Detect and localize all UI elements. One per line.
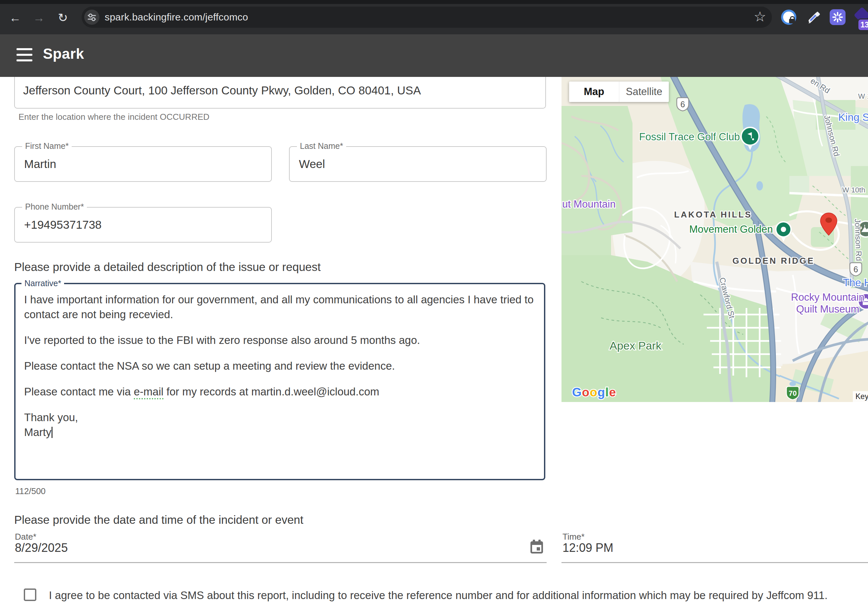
site-info-button[interactable] xyxy=(84,9,99,25)
narrative-paragraph: Please contact the NSA so we can setup a… xyxy=(24,358,537,373)
phone-value: +19495371738 xyxy=(24,218,102,232)
sms-consent-checkbox[interactable] xyxy=(24,589,36,601)
last-name-input[interactable]: Last Name* Weel xyxy=(289,146,547,182)
phone-label: Phone Number* xyxy=(22,202,87,212)
route-6-shield: 6 xyxy=(677,98,689,111)
map-canvas[interactable]: Map Satellite xyxy=(561,77,868,402)
narrative-textarea[interactable]: Narrative* I have important information … xyxy=(14,283,545,480)
label-king-soopers: King Soo xyxy=(838,111,868,123)
forward-button[interactable]: → xyxy=(30,9,48,26)
char-counter: 112/500 xyxy=(15,486,46,496)
description-heading: Please provide a detailed description of… xyxy=(14,260,321,273)
label-apex-park: Apex Park xyxy=(610,339,662,352)
password-extension-button[interactable] xyxy=(780,9,797,26)
first-name-input[interactable]: First Name* Martin xyxy=(14,146,272,182)
app-header: Spark xyxy=(0,34,868,77)
spark-extension-button[interactable] xyxy=(829,9,846,26)
calendar-icon xyxy=(529,539,544,555)
label-quilt-museum: Quilt Museum xyxy=(796,303,859,315)
date-picker-button[interactable] xyxy=(529,539,544,556)
first-name-value: Martin xyxy=(24,158,56,171)
svg-text:70: 70 xyxy=(789,389,797,397)
label-w10th: W 10th xyxy=(842,186,865,194)
last-name-value: Weel xyxy=(299,158,325,171)
phone-input[interactable]: Phone Number* +19495371738 xyxy=(14,207,272,243)
narrative-paragraph: I have important information for our gov… xyxy=(24,292,537,322)
reload-icon: ↻ xyxy=(58,11,68,25)
browser-window: ← → ↻ spark.backingfire.com/jeffcomco ☆ xyxy=(0,0,868,604)
time-underline xyxy=(561,562,868,563)
label-rocky-mountain: Rocky Mountain xyxy=(791,292,864,303)
lock-icon xyxy=(781,9,796,25)
location-input[interactable]: Jefferson County Court, 100 Jefferson Co… xyxy=(14,77,546,108)
location-helper-text: Enter the location where the incident OC… xyxy=(19,112,209,122)
date-label: Date* xyxy=(15,532,36,542)
label-ut-mountain: ut Mountain xyxy=(562,198,616,210)
window-frame-strip xyxy=(0,0,868,4)
label-fossil-trace: Fossil Trace Golf Club xyxy=(639,131,740,142)
svg-text:6: 6 xyxy=(854,265,858,274)
satellite-view-button[interactable]: Satellite xyxy=(619,82,669,102)
spellcheck-underline: e-mail xyxy=(134,386,163,399)
label-johnson-rd: Johnson Rd xyxy=(853,218,863,261)
bookmark-star-button[interactable]: ☆ xyxy=(754,9,766,25)
keyboard-hint[interactable]: Key xyxy=(856,392,868,401)
forward-icon: → xyxy=(33,11,45,25)
back-icon: ← xyxy=(9,11,21,25)
sms-consent-label: I agree to be contacted via SMS about th… xyxy=(49,589,828,602)
label-the-ho: The Ho xyxy=(843,277,868,289)
map-type-control: Map Satellite xyxy=(569,82,669,102)
date-underline xyxy=(14,562,547,563)
label-movement-golden: Movement Golden xyxy=(689,224,773,235)
page-content: Jefferson County Court, 100 Jefferson Co… xyxy=(0,77,868,604)
url-text: spark.backingfire.com/jeffcomco xyxy=(105,12,248,23)
route-6-shield: 6 xyxy=(850,263,862,276)
location-value: Jefferson County Court, 100 Jefferson Co… xyxy=(23,84,421,97)
map-image: 6 6 70 xyxy=(561,77,868,402)
time-input[interactable]: 12:09 PM xyxy=(563,541,613,555)
google-logo: Google xyxy=(572,386,616,399)
reload-button[interactable]: ↻ xyxy=(54,9,71,26)
first-name-label: First Name* xyxy=(22,141,72,151)
map-view-button[interactable]: Map xyxy=(569,82,619,102)
svg-text:6: 6 xyxy=(680,100,685,109)
route-70-shield: 70 xyxy=(786,386,799,400)
label-w1: W 1 xyxy=(858,92,868,100)
narrative-label: Narrative* xyxy=(22,278,64,288)
narrative-paragraph: I've reported to the issue to the FBI wi… xyxy=(24,333,537,348)
narrative-paragraph: Please contact me via e-mail for my reco… xyxy=(24,384,537,399)
browser-toolbar: ← → ↻ spark.backingfire.com/jeffcomco ☆ xyxy=(0,0,868,34)
tune-icon xyxy=(87,12,97,22)
label-golden-ridge: GOLDEN RIDGE xyxy=(733,256,815,266)
eyedropper-icon xyxy=(806,9,822,25)
starburst-icon xyxy=(830,9,846,25)
last-name-label: Last Name* xyxy=(297,141,346,151)
label-lakota-hills: LAKOTA HILLS xyxy=(674,210,752,219)
app-title: Spark xyxy=(43,46,84,62)
date-input[interactable]: 8/29/2025 xyxy=(15,541,68,555)
extension-badge: 13 xyxy=(857,19,868,31)
narrative-paragraph: Thank you,Marty xyxy=(24,410,537,440)
text-cursor xyxy=(51,427,53,438)
narrative-text: I have important information for our gov… xyxy=(24,292,537,451)
time-label: Time* xyxy=(563,532,584,542)
datetime-heading: Please provide the date and time of the … xyxy=(14,513,304,527)
menu-button[interactable] xyxy=(17,48,33,62)
picker-extension-button[interactable] xyxy=(805,9,822,26)
back-button[interactable]: ← xyxy=(6,9,24,26)
address-bar[interactable]: spark.backingfire.com/jeffcomco xyxy=(82,6,772,28)
